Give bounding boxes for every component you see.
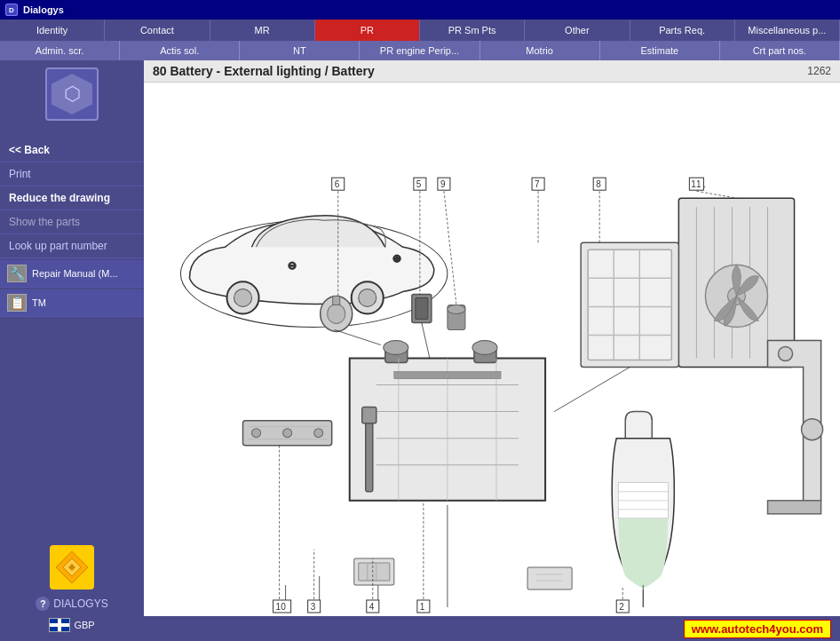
tab-motrio[interactable]: Motrio [480,41,600,60]
svg-rect-47 [359,563,390,581]
sidebar: ⬡ << Back Print Reduce the drawing Show … [0,60,144,641]
svg-rect-60 [768,501,821,514]
renault-logo [50,545,94,590]
svg-rect-44 [366,421,373,492]
svg-text:2: 2 [619,602,624,612]
svg-point-77 [448,305,465,313]
currency-label: GBP [74,620,94,630]
currency-flag-box: GBP [49,618,94,632]
tm-label: TM [32,297,46,308]
diagram-area[interactable]: 6 5 9 7 8 11 [144,83,840,616]
question-icon: ? [36,597,50,611]
content-title: 80 Battery - External lighting / Battery [153,64,375,78]
sidebar-show-parts-link[interactable]: Show the parts [0,210,144,234]
tab-estimate[interactable]: Estimate [600,41,720,60]
svg-text:11: 11 [691,179,701,189]
sidebar-nav: << Back Print Reduce the drawing Show th… [0,138,144,258]
svg-rect-45 [362,408,376,423]
repair-manual-icon: 🔧 [7,265,27,282]
sidebar-repair-manual[interactable]: 🔧 Repair Manual (M... [0,260,144,288]
tab-identity[interactable]: Identity [0,20,105,41]
sidebar-back-link[interactable]: << Back [0,138,144,162]
tab-admin-scr[interactable]: Admin. scr. [0,41,120,60]
svg-text:3: 3 [311,602,316,612]
svg-point-79 [328,304,345,323]
svg-rect-80 [333,296,340,305]
nav-row-2: Admin. scr. Actis sol. NT PR engine Peri… [0,41,840,60]
svg-point-20 [384,340,408,354]
svg-text:5: 5 [416,179,422,189]
svg-rect-118 [527,567,572,590]
svg-text:8: 8 [596,179,601,189]
svg-point-70 [283,429,292,438]
dialogys-branding: ? DIALOGYS [36,597,107,611]
sidebar-reduce-link[interactable]: Reduce the drawing [0,186,144,210]
svg-rect-75 [416,297,428,319]
svg-text:⊕: ⊕ [392,252,401,265]
autotech-badge: www.autotech4you.com [684,620,831,638]
bottom-bar: www.autotech4you.com [144,616,840,641]
tab-crt-part[interactable]: Crt part nos. [720,41,840,60]
app-logo: ⬡ [45,67,99,121]
tab-other[interactable]: Other [525,20,630,41]
svg-text:⊖: ⊖ [288,259,297,272]
svg-rect-29 [394,372,501,379]
content-area: 80 Battery - External lighting / Battery… [144,60,840,641]
content-header: 80 Battery - External lighting / Battery… [144,60,840,83]
tab-pr-sm-pts[interactable]: PR Sm Pts [420,20,525,41]
uk-flag [49,618,70,632]
hex-icon: ⬡ [52,74,92,115]
tab-contact[interactable]: Contact [105,20,210,41]
svg-point-71 [314,429,323,438]
sidebar-print-link[interactable]: Print [0,162,144,186]
tab-mr[interactable]: MR [210,20,315,41]
dialogys-label: DIALOGYS [53,597,107,610]
svg-text:10: 10 [276,602,287,612]
tab-misc[interactable]: Miscellaneous p... [735,20,840,41]
sidebar-tm[interactable]: 📋 TM [0,289,144,317]
app-title: Dialogys [23,4,64,15]
repair-manual-label: Repair Manual (M... [32,268,118,279]
svg-point-59 [802,419,823,440]
main-layout: ⬡ << Back Print Reduce the drawing Show … [0,60,840,641]
svg-point-58 [779,346,793,360]
tab-actis-sol[interactable]: Actis sol. [120,41,240,60]
svg-point-12 [234,289,252,306]
svg-point-69 [252,429,261,438]
sidebar-lookup-link[interactable]: Look up part number [0,234,144,258]
parts-diagram: 6 5 9 7 8 11 [144,83,840,616]
tm-icon: 📋 [7,294,27,312]
svg-text:9: 9 [440,179,446,189]
title-bar: D Dialogys [0,0,840,20]
app-icon: D [5,4,18,16]
sidebar-bottom: ? DIALOGYS GBP [0,536,144,641]
tab-nt[interactable]: NT [240,41,360,60]
svg-point-14 [359,289,376,306]
svg-rect-62 [588,249,671,360]
tab-parts-req[interactable]: Parts Req. [630,20,735,41]
svg-point-21 [472,340,497,354]
tab-pr-engine[interactable]: PR engine Perip... [360,41,479,60]
tab-pr[interactable]: PR [315,20,420,41]
nav-row-1: Identity Contact MR PR PR Sm Pts Other P… [0,20,840,41]
content-page-num: 1262 [807,65,831,77]
svg-text:6: 6 [335,179,340,189]
svg-text:4: 4 [369,602,375,612]
svg-text:1: 1 [420,602,425,612]
svg-text:7: 7 [535,179,540,189]
